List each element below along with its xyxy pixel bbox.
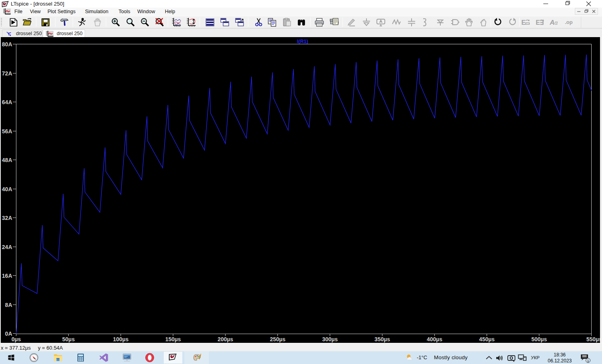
svg-text:0µs: 0µs bbox=[12, 336, 21, 342]
svg-text:350µs: 350µs bbox=[374, 336, 390, 342]
svg-text:50µs: 50µs bbox=[62, 336, 75, 342]
svg-text:80A: 80A bbox=[2, 41, 12, 47]
svg-text:A: A bbox=[550, 19, 554, 26]
svg-text:500µs: 500µs bbox=[531, 336, 547, 342]
svg-text:450µs: 450µs bbox=[479, 336, 495, 342]
svg-text:32A: 32A bbox=[2, 215, 12, 221]
svg-text:α: α bbox=[554, 20, 558, 26]
svg-text:400µs: 400µs bbox=[427, 336, 442, 342]
svg-text:200µs: 200µs bbox=[218, 336, 233, 342]
svg-text:8A: 8A bbox=[5, 302, 12, 308]
svg-text:150µs: 150µs bbox=[165, 336, 181, 342]
svg-text:250µs: 250µs bbox=[270, 336, 285, 342]
svg-text:48A: 48A bbox=[2, 157, 12, 163]
svg-text:E: E bbox=[521, 19, 526, 26]
svg-text:I(R1): I(R1) bbox=[297, 39, 308, 44]
svg-text:100µs: 100µs bbox=[113, 336, 129, 342]
svg-text:.op: .op bbox=[565, 19, 573, 25]
svg-text:300µs: 300µs bbox=[322, 336, 338, 342]
svg-text:24A: 24A bbox=[2, 244, 12, 250]
svg-text:40A: 40A bbox=[2, 186, 12, 192]
svg-text:16A: 16A bbox=[2, 273, 12, 279]
svg-text:72A: 72A bbox=[2, 70, 12, 77]
svg-text:56A: 56A bbox=[2, 128, 12, 135]
svg-text:64A: 64A bbox=[2, 99, 12, 105]
